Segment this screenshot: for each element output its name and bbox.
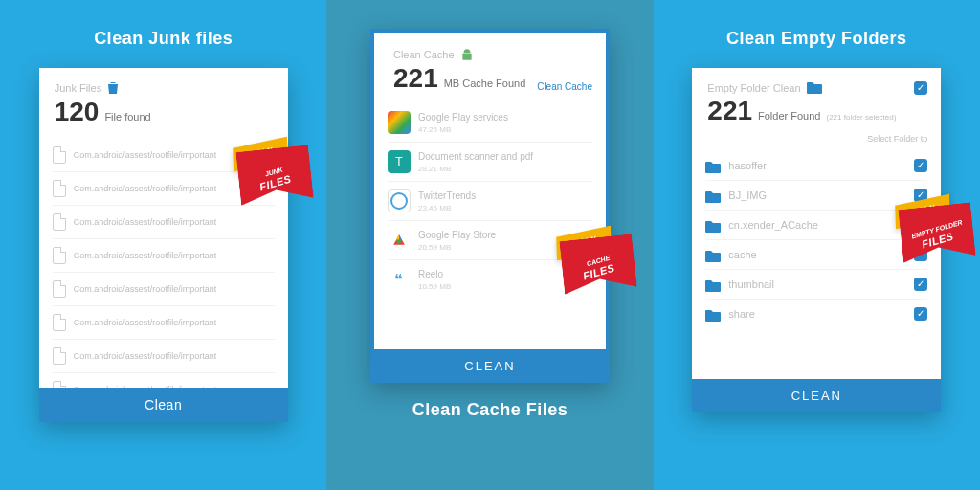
list-item[interactable]: cn.xender_ACache✓: [705, 211, 927, 240]
app-size: 28.21 MB: [418, 165, 592, 173]
clean-button-cache[interactable]: CLEAN: [374, 349, 606, 383]
folder-name: hasoffer: [728, 160, 906, 171]
folder-header: ✓ Empty Folder Clean 221 Folder Found (2…: [692, 68, 941, 134]
list-item[interactable]: Com.android/assest/rootfile/important: [53, 340, 275, 373]
android-icon: [460, 48, 474, 61]
file-icon: [53, 247, 66, 264]
junk-card: CLEAN JUNKFILES Junk Files 120 File foun…: [39, 68, 288, 422]
list-item[interactable]: Com.android/assest/rootfile/important: [53, 273, 275, 306]
folder-name: BJ_IMG: [728, 189, 906, 201]
trash-icon: [107, 81, 119, 95]
panel-title-junk: Clean Junk files: [94, 29, 233, 49]
file-icon: [53, 213, 66, 231]
app-icon: [388, 111, 411, 134]
select-all-checkbox[interactable]: ✓: [914, 81, 927, 95]
file-path: Com.android/assest/rootfile/important: [74, 184, 275, 193]
panel-title-folder: Clean Empty Folders: [726, 29, 907, 49]
list-item[interactable]: Com.android/assest/rootfile/important: [53, 172, 275, 206]
list-item[interactable]: thumbnail✓: [705, 270, 927, 300]
list-item[interactable]: Google Play Store20.59 MB: [388, 221, 592, 260]
select-folder-hint: Select Folder to: [692, 134, 941, 147]
junk-count-suffix: File found: [104, 111, 150, 122]
app-name: TwitterTrends: [418, 189, 592, 202]
junk-count: 120: [55, 99, 100, 125]
panel-cache: CLEAN CACHEFILES Clean Cache 221 MB Cach…: [326, 0, 653, 490]
file-icon: [53, 280, 66, 298]
folder-checkbox[interactable]: ✓: [914, 307, 927, 321]
list-item[interactable]: Com.android/assest/rootfile/important: [53, 373, 275, 388]
folder-selected-note: (221 folder selected): [826, 113, 896, 122]
clean-cache-link[interactable]: Clean Cache: [537, 81, 592, 92]
list-item[interactable]: BJ_IMG✓: [705, 181, 927, 211]
app-icon: [388, 189, 411, 212]
app-icon: T: [388, 150, 411, 173]
app-name: Google Play services: [418, 111, 592, 123]
cache-list: Google Play services47.25 MBTDocument sc…: [374, 100, 606, 349]
folder-name: cn.xender_ACache: [728, 219, 906, 231]
folder-name: share: [728, 308, 906, 320]
file-path: Com.android/assest/rootfile/important: [74, 318, 275, 327]
folder-icon: [705, 278, 721, 291]
list-item[interactable]: TDocument scanner and pdf28.21 MB: [388, 143, 592, 182]
app-name: Google Play Store: [418, 229, 592, 241]
panel-title-cache: Clean Cache Files: [412, 400, 568, 420]
cache-card: CLEAN CACHEFILES Clean Cache 221 MB Cach…: [370, 29, 610, 383]
folder-checkbox[interactable]: ✓: [914, 248, 927, 261]
panel-junk: Clean Junk files CLEAN JUNKFILES Junk Fi…: [0, 0, 326, 490]
folder-checkbox[interactable]: ✓: [914, 189, 927, 202]
folder-name: thumbnail: [728, 278, 906, 290]
junk-list: Com.android/assest/rootfile/importantCom…: [39, 135, 288, 388]
panel-folder: Clean Empty Folders CLEAN EMPTY FOLDERFI…: [654, 0, 980, 490]
junk-header: Junk Files 120 File found: [39, 68, 288, 135]
list-item[interactable]: ❝Reelo10.59 MB: [388, 260, 592, 299]
folder-checkbox[interactable]: ✓: [914, 278, 927, 291]
app-size: 20.59 MB: [418, 243, 592, 252]
folder-count-suffix: Folder Found: [758, 110, 820, 122]
folder-icon: [705, 308, 721, 321]
app-icon: ❝: [388, 268, 411, 291]
cache-count-suffix: MB Cache Found: [444, 78, 526, 89]
list-item[interactable]: Com.android/assest/rootfile/important: [53, 206, 275, 239]
app-size: 23.46 MB: [418, 204, 592, 212]
app-size: 47.25 MB: [418, 125, 592, 134]
folder-icon: [705, 160, 721, 172]
folder-count: 221: [707, 98, 752, 124]
folder-icon: [705, 189, 721, 202]
app-name: Document scanner and pdf: [418, 150, 592, 163]
app-name: Reelo: [418, 268, 592, 280]
file-path: Com.android/assest/rootfile/important: [74, 217, 275, 227]
file-path: Com.android/assest/rootfile/important: [74, 150, 275, 160]
cache-subtitle: Clean Cache: [393, 48, 587, 61]
cache-count: 221: [393, 65, 438, 92]
folder-name: cache: [728, 249, 906, 260]
list-item[interactable]: cache✓: [705, 240, 927, 270]
folder-checkbox[interactable]: ✓: [914, 218, 927, 232]
list-item[interactable]: share✓: [705, 300, 927, 328]
file-icon: [53, 314, 66, 331]
file-icon: [53, 180, 66, 197]
folder-icon: [705, 219, 721, 232]
folder-card: CLEAN EMPTY FOLDERFILES ✓ Empty Folder C…: [692, 68, 941, 412]
list-item[interactable]: Com.android/assest/rootfile/important: [53, 306, 275, 340]
cache-header: Clean Cache 221 MB Cache Found Clean Cac…: [374, 33, 606, 100]
file-icon: [53, 347, 66, 365]
file-icon: [53, 381, 66, 388]
clean-button-junk[interactable]: Clean: [39, 388, 288, 422]
junk-subtitle: Junk Files: [55, 81, 273, 95]
file-path: Com.android/assest/rootfile/important: [74, 251, 275, 260]
list-item[interactable]: hasoffer✓: [705, 151, 927, 181]
folder-checkbox[interactable]: ✓: [914, 159, 927, 172]
list-item[interactable]: Com.android/assest/rootfile/important: [53, 139, 275, 172]
folder-icon: [807, 81, 822, 94]
app-size: 10.59 MB: [418, 282, 592, 291]
list-item[interactable]: Com.android/assest/rootfile/important: [53, 239, 275, 273]
folder-list: hasoffer✓BJ_IMG✓cn.xender_ACache✓cache✓t…: [692, 147, 941, 379]
file-icon: [53, 146, 66, 164]
folder-subtitle: Empty Folder Clean: [707, 81, 925, 94]
folder-icon: [705, 249, 721, 261]
file-path: Com.android/assest/rootfile/important: [74, 351, 275, 361]
clean-button-folder[interactable]: CLEAN: [692, 379, 941, 412]
app-icon: [388, 229, 411, 252]
list-item[interactable]: TwitterTrends23.46 MB: [388, 182, 592, 221]
list-item[interactable]: Google Play services47.25 MB: [388, 103, 592, 143]
